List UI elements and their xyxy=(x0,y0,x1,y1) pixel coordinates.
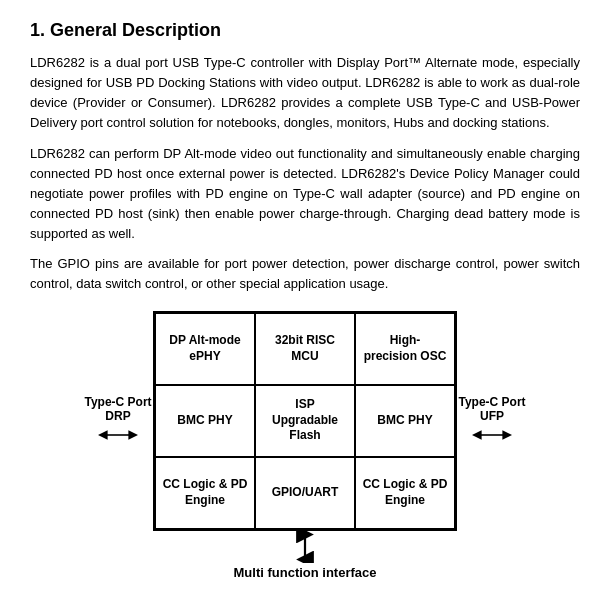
ic-block-grid: DP Alt-modeePHY 32bit RISCMCU High-preci… xyxy=(153,311,457,531)
paragraph-3: The GPIO pins are available for port pow… xyxy=(30,254,580,294)
cell-gpio-uart: GPIO/UART xyxy=(255,457,355,529)
down-arrow-icon xyxy=(291,531,319,563)
paragraph-2: LDR6282 can perform DP Alt-mode video ou… xyxy=(30,144,580,245)
cell-dp-alt-mode: DP Alt-modeePHY xyxy=(155,313,255,385)
cell-cc-logic-right: CC Logic & PDEngine xyxy=(355,457,455,529)
block-diagram: Type-C PortDRP DP Alt-modeePHY 32bit RIS… xyxy=(30,311,580,580)
right-port-text: Type-C PortUFP xyxy=(458,395,525,423)
right-arrow-icon xyxy=(472,423,512,447)
section-heading: 1. General Description xyxy=(30,20,580,41)
left-port-label: Type-C PortDRP xyxy=(83,395,153,447)
diagram-main-row: Type-C PortDRP DP Alt-modeePHY 32bit RIS… xyxy=(83,311,527,531)
cell-high-precision-osc: High-precision OSC xyxy=(355,313,455,385)
bottom-interface-label: Multi function interface xyxy=(234,565,377,580)
right-port-label: Type-C PortUFP xyxy=(457,395,527,447)
cell-isp-flash: ISPUpgradableFlash xyxy=(255,385,355,457)
bottom-arrow-area: Multi function interface xyxy=(234,531,377,580)
cell-bmc-phy-right: BMC PHY xyxy=(355,385,455,457)
left-arrow-icon xyxy=(98,423,138,447)
cell-cc-logic-left: CC Logic & PDEngine xyxy=(155,457,255,529)
paragraph-1: LDR6282 is a dual port USB Type-C contro… xyxy=(30,53,580,134)
left-port-text: Type-C PortDRP xyxy=(84,395,151,423)
cell-risc-mcu: 32bit RISCMCU xyxy=(255,313,355,385)
cell-bmc-phy-left: BMC PHY xyxy=(155,385,255,457)
